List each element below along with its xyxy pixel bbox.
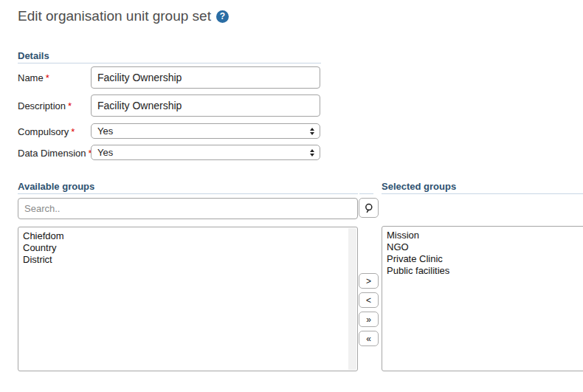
transfer-column-header-rule bbox=[359, 181, 373, 194]
selected-groups-list[interactable]: Mission NGO Private Clinic Public facili… bbox=[382, 226, 583, 371]
select-spinner-icon bbox=[310, 128, 314, 135]
name-label: Name* bbox=[18, 72, 49, 83]
move-all-right-button[interactable]: » bbox=[359, 312, 379, 327]
data-dimension-select[interactable]: Yes bbox=[91, 145, 320, 160]
move-all-left-button[interactable]: « bbox=[359, 331, 379, 346]
compulsory-select[interactable]: Yes bbox=[91, 123, 320, 139]
selected-groups-heading: Selected groups bbox=[382, 181, 583, 194]
search-input[interactable] bbox=[18, 198, 358, 219]
list-item[interactable]: Private Clinic bbox=[387, 253, 583, 265]
name-input[interactable] bbox=[91, 66, 320, 89]
available-groups-list[interactable]: Chiefdom Country District bbox=[18, 227, 358, 371]
data-dimension-select-value: Yes bbox=[97, 147, 113, 158]
description-input[interactable] bbox=[91, 94, 320, 117]
available-groups-heading: Available groups bbox=[18, 181, 358, 194]
data-dimension-label: Data Dimension* bbox=[18, 148, 92, 159]
list-item[interactable]: NGO bbox=[387, 241, 583, 253]
move-selected-right-button[interactable]: > bbox=[359, 273, 379, 289]
page-title: Edit organisation unit group set ? bbox=[18, 8, 229, 24]
search-icon bbox=[364, 203, 374, 213]
list-item[interactable]: District bbox=[23, 254, 357, 266]
page-title-text: Edit organisation unit group set bbox=[18, 8, 211, 24]
description-label: Description* bbox=[18, 100, 72, 111]
compulsory-label: Compulsory* bbox=[18, 126, 75, 137]
help-icon[interactable]: ? bbox=[216, 10, 229, 23]
search-button[interactable] bbox=[359, 198, 379, 218]
select-spinner-icon bbox=[310, 149, 314, 157]
compulsory-select-value: Yes bbox=[97, 125, 113, 137]
details-section-heading: Details bbox=[18, 50, 321, 63]
list-item[interactable]: Chiefdom bbox=[23, 230, 357, 242]
required-asterisk: * bbox=[46, 72, 49, 83]
list-item[interactable]: Mission bbox=[387, 230, 583, 241]
required-asterisk: * bbox=[68, 100, 72, 111]
scrollbar[interactable] bbox=[348, 228, 356, 370]
list-item[interactable]: Country bbox=[23, 242, 357, 254]
list-item[interactable]: Public facilities bbox=[387, 265, 583, 277]
required-asterisk: * bbox=[71, 126, 75, 137]
move-selected-left-button[interactable]: < bbox=[359, 292, 379, 308]
